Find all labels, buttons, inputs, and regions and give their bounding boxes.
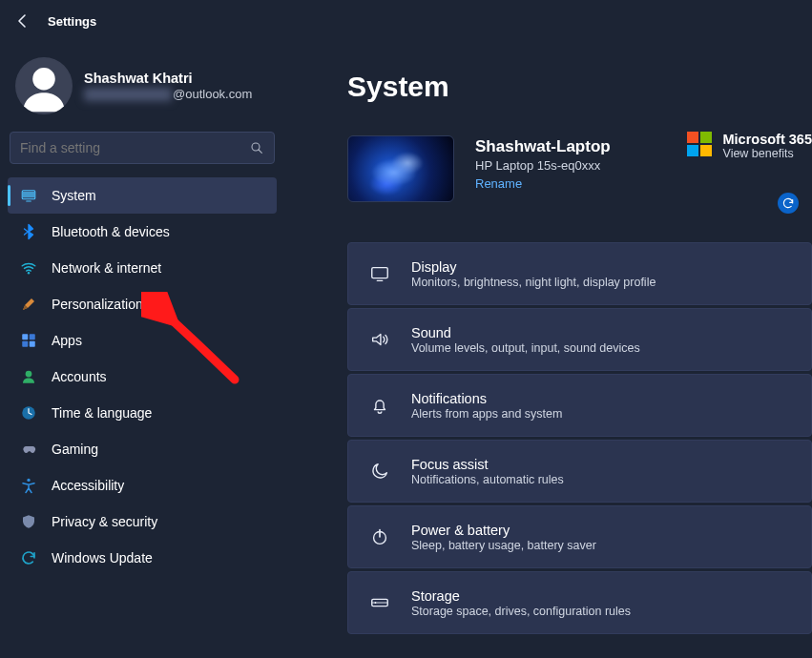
page-title: System bbox=[347, 71, 812, 103]
sidebar-item-apps[interactable]: Apps bbox=[8, 322, 277, 359]
tile-title: Display bbox=[411, 259, 656, 275]
sidebar-nav: System Bluetooth & devices Network & int… bbox=[8, 177, 277, 576]
ms365-view-benefits-link[interactable]: View benefits bbox=[723, 147, 812, 160]
sidebar-item-privacy[interactable]: Privacy & security bbox=[8, 504, 277, 540]
display-icon bbox=[367, 261, 392, 286]
main-panel: System Shashwat-Laptop HP Laptop 15s-eq0… bbox=[284, 42, 812, 658]
moon-icon bbox=[367, 459, 392, 483]
tile-title: Storage bbox=[411, 588, 631, 604]
sidebar-item-label: Accessibility bbox=[52, 478, 124, 493]
tile-subtitle: Notifications, automatic rules bbox=[411, 473, 564, 486]
tile-storage[interactable]: Storage Storage space, drives, configura… bbox=[347, 571, 812, 634]
gamepad-icon bbox=[19, 440, 38, 459]
svg-line-3 bbox=[259, 150, 261, 153]
tile-title: Sound bbox=[411, 325, 640, 340]
tile-title: Notifications bbox=[411, 391, 562, 406]
window-title: Settings bbox=[48, 14, 96, 29]
sidebar-item-accounts[interactable]: Accounts bbox=[8, 359, 277, 395]
tile-focus-assist[interactable]: Focus assist Notifications, automatic ru… bbox=[347, 440, 812, 503]
arrow-left-icon bbox=[11, 10, 34, 32]
settings-tiles: Display Monitors, brightness, night ligh… bbox=[347, 242, 812, 634]
svg-rect-10 bbox=[22, 341, 28, 347]
email-redacted bbox=[84, 88, 172, 101]
svg-point-12 bbox=[26, 371, 32, 378]
tile-notifications[interactable]: Notifications Alerts from apps and syste… bbox=[347, 374, 812, 437]
ms365-block[interactable]: Microsoft 365 View benefits bbox=[687, 132, 812, 160]
search-input[interactable] bbox=[20, 140, 249, 155]
sidebar: Shashwat Khatri @outlook.com System Blue… bbox=[0, 42, 284, 658]
user-block[interactable]: Shashwat Khatri @outlook.com bbox=[8, 55, 277, 132]
bluetooth-icon bbox=[19, 222, 38, 241]
sidebar-item-label: Time & language bbox=[52, 405, 152, 421]
sidebar-item-label: Bluetooth & devices bbox=[52, 224, 170, 239]
tile-power[interactable]: Power & battery Sleep, battery usage, ba… bbox=[347, 505, 812, 568]
apps-icon bbox=[19, 331, 38, 350]
power-icon bbox=[367, 524, 392, 549]
sidebar-item-label: Gaming bbox=[52, 442, 98, 457]
sidebar-item-system[interactable]: System bbox=[8, 177, 277, 214]
accessibility-icon bbox=[19, 476, 38, 495]
device-thumbnail[interactable] bbox=[347, 135, 454, 202]
sidebar-item-label: Accounts bbox=[52, 369, 107, 384]
tile-subtitle: Storage space, drives, configuration rul… bbox=[411, 605, 631, 618]
paintbrush-icon bbox=[19, 295, 38, 314]
device-summary: Shashwat-Laptop HP Laptop 15s-eq0xxx Ren… bbox=[347, 135, 812, 202]
tile-subtitle: Monitors, brightness, night light, displ… bbox=[411, 276, 656, 289]
tile-subtitle: Volume levels, output, input, sound devi… bbox=[411, 341, 640, 355]
svg-point-14 bbox=[27, 479, 30, 482]
svg-rect-5 bbox=[23, 192, 34, 197]
tile-subtitle: Sleep, battery usage, battery saver bbox=[411, 539, 596, 552]
sidebar-item-label: Windows Update bbox=[52, 550, 153, 565]
search-box[interactable] bbox=[10, 132, 275, 164]
storage-icon bbox=[367, 590, 392, 615]
sound-icon bbox=[367, 327, 392, 352]
sync-icon bbox=[19, 548, 38, 567]
monitor-icon bbox=[19, 186, 38, 205]
window-header: Settings bbox=[0, 0, 812, 42]
tile-subtitle: Alerts from apps and system bbox=[411, 407, 562, 421]
sidebar-item-time[interactable]: Time & language bbox=[8, 395, 277, 431]
microsoft-logo-icon bbox=[687, 132, 712, 156]
sidebar-item-label: System bbox=[52, 188, 96, 203]
user-silhouette-icon bbox=[16, 58, 72, 113]
sidebar-item-label: Privacy & security bbox=[52, 514, 157, 529]
tile-title: Power & battery bbox=[411, 523, 596, 538]
back-button[interactable] bbox=[11, 10, 34, 32]
svg-point-7 bbox=[28, 272, 30, 274]
svg-rect-8 bbox=[22, 334, 28, 339]
sidebar-item-label: Personalization bbox=[52, 297, 143, 312]
shield-icon bbox=[19, 512, 38, 531]
sidebar-item-label: Apps bbox=[52, 333, 82, 348]
person-icon bbox=[19, 367, 38, 386]
tile-title: Focus assist bbox=[411, 457, 564, 472]
tile-display[interactable]: Display Monitors, brightness, night ligh… bbox=[347, 242, 812, 305]
svg-rect-9 bbox=[30, 334, 35, 339]
device-model: HP Laptop 15s-eq0xxx bbox=[475, 158, 804, 173]
svg-point-1 bbox=[32, 68, 55, 91]
avatar bbox=[15, 57, 73, 114]
sidebar-item-personalization[interactable]: Personalization bbox=[8, 286, 277, 322]
rename-link[interactable]: Rename bbox=[475, 176, 522, 191]
sidebar-item-accessibility[interactable]: Accessibility bbox=[8, 467, 277, 504]
svg-rect-11 bbox=[30, 341, 35, 347]
sidebar-item-label: Network & internet bbox=[52, 260, 161, 276]
refresh-icon bbox=[781, 196, 795, 210]
user-email: @outlook.com bbox=[84, 87, 252, 102]
wifi-icon bbox=[19, 258, 38, 278]
bell-icon bbox=[367, 393, 392, 418]
svg-rect-15 bbox=[372, 268, 388, 278]
sidebar-item-gaming[interactable]: Gaming bbox=[8, 431, 277, 467]
sidebar-item-network[interactable]: Network & internet bbox=[8, 250, 277, 286]
tile-sound[interactable]: Sound Volume levels, output, input, soun… bbox=[347, 308, 812, 371]
sidebar-item-update[interactable]: Windows Update bbox=[8, 540, 277, 576]
ms365-title: Microsoft 365 bbox=[723, 132, 812, 147]
onedrive-sync-button[interactable] bbox=[778, 193, 799, 214]
sidebar-item-bluetooth[interactable]: Bluetooth & devices bbox=[8, 214, 277, 250]
user-name: Shashwat Khatri bbox=[84, 71, 252, 86]
search-icon bbox=[249, 140, 264, 155]
clock-globe-icon bbox=[19, 403, 38, 422]
